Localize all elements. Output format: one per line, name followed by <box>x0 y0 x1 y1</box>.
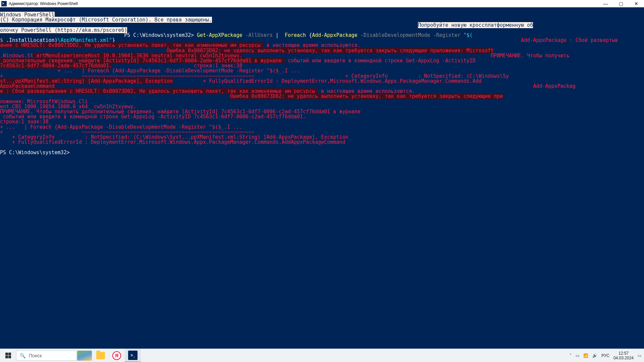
titlebar: >_ Администратор: Windows PowerShell — ▢… <box>0 0 644 7</box>
language-indicator[interactable]: РУС <box>601 353 609 358</box>
taskbar-item-yandex[interactable]: Я <box>109 349 125 362</box>
window-title: Администратор: Windows PowerShell <box>9 1 78 6</box>
terminal-prompt[interactable]: PS C:\Windows\system32> <box>0 149 73 156</box>
terminal-output[interactable]: Windows PowerShell (C) Корпорация Майкро… <box>0 7 644 349</box>
powershell-icon: >_ <box>1 1 7 6</box>
wifi-icon[interactable]: 📶 <box>583 353 588 358</box>
battery-icon[interactable]: ▭ <box>576 353 579 358</box>
notifications-icon[interactable]: ▭ <box>638 353 641 358</box>
terminal-line: + FullyQualifiedErrorId : DeploymentErro… <box>0 139 345 145</box>
search-input[interactable]: 🔍 Поиск <box>16 351 76 361</box>
news-thumbnail-icon <box>77 351 92 361</box>
folder-icon <box>96 352 105 359</box>
windows-logo-icon <box>5 353 11 358</box>
maximize-button[interactable]: ▢ <box>613 0 629 7</box>
taskbar: 🔍 Поиск Я >_ ˄ ▭ 📶 🔊 РУС 12:57 04.03.202… <box>0 349 644 362</box>
clock-date: 04.03.2024 <box>613 356 634 360</box>
minimize-button[interactable]: — <box>598 0 613 7</box>
yandex-icon: Я <box>112 351 121 360</box>
taskbar-item-news[interactable] <box>76 349 93 362</box>
clock-time: 12:57 <box>613 351 634 356</box>
clock[interactable]: 12:57 04.03.2024 <box>613 351 634 360</box>
search-icon: 🔍 <box>20 353 25 358</box>
search-placeholder: Поиск <box>29 353 42 358</box>
tray-chevron-icon[interactable]: ˄ <box>570 353 572 358</box>
taskbar-item-explorer[interactable] <box>93 349 109 362</box>
close-button[interactable]: ✕ <box>629 0 644 7</box>
start-button[interactable] <box>0 349 16 362</box>
taskbar-item-powershell[interactable]: >_ <box>125 349 141 362</box>
powershell-icon: >_ <box>128 351 138 360</box>
system-tray: ˄ ▭ 📶 🔊 РУС 12:57 04.03.2024 ▭ <box>570 351 644 360</box>
volume-icon[interactable]: 🔊 <box>592 353 597 358</box>
